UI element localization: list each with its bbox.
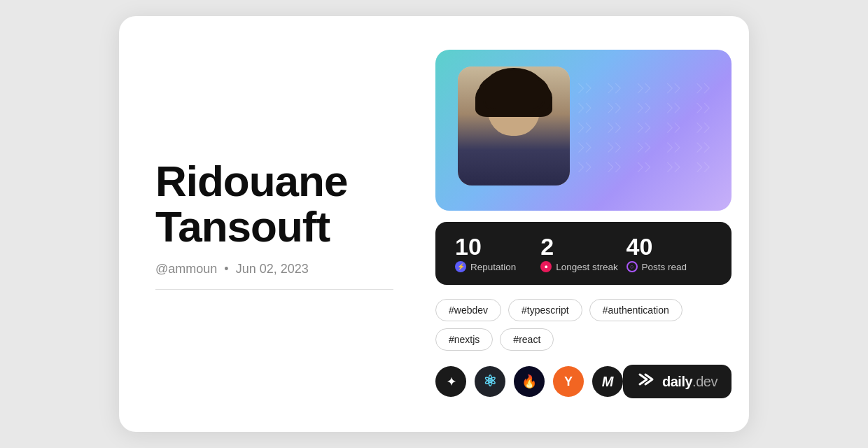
streak-label-row: ● Longest streak	[540, 261, 626, 272]
profile-card: RidouaneTansouft @ammoun • Jun 02, 2023	[119, 16, 749, 432]
daily-logo-icon	[637, 372, 657, 391]
reputation-label: Reputation	[470, 262, 516, 272]
posts-read-value: 40	[626, 234, 712, 258]
stat-reputation: 10 ⚡ Reputation	[455, 234, 540, 272]
tag-react[interactable]: #react	[500, 328, 554, 351]
streak-icon: ●	[540, 261, 552, 272]
reputation-label-row: ⚡ Reputation	[455, 261, 540, 272]
reputation-icon: ⚡	[455, 261, 466, 272]
source-icon-freecodecamp[interactable]: 🔥	[514, 366, 545, 397]
tag-authentication[interactable]: #authentication	[589, 299, 682, 321]
tag-webdev[interactable]: #webdev	[435, 299, 501, 321]
banner-background	[435, 50, 732, 211]
posts-read-label-row: ○ Posts read	[626, 261, 712, 272]
daily-logo-text: daily.dev	[662, 374, 718, 390]
tag-typescript[interactable]: #typescript	[508, 299, 582, 321]
avatar-image	[458, 66, 570, 186]
avatar	[458, 66, 570, 186]
divider	[155, 289, 393, 290]
tags-container: #webdev #typescript #authentication #nex…	[435, 299, 732, 351]
daily-logo-suffix: .dev	[692, 374, 718, 389]
streak-label: Longest streak	[556, 262, 618, 272]
left-section: RidouaneTansouft @ammoun • Jun 02, 2023	[155, 158, 393, 290]
right-section: 10 ⚡ Reputation 2 ● Longest streak 40 ○ …	[435, 50, 732, 398]
source-icon-medium[interactable]: M	[592, 366, 623, 397]
user-join-date: Jun 02, 2023	[236, 262, 309, 276]
sources-row: ✦ ⚛ 🔥 Y M	[435, 365, 732, 398]
tag-nextjs[interactable]: #nextjs	[435, 328, 493, 351]
user-handle: @ammoun	[155, 262, 217, 276]
stat-streak: 2 ● Longest streak	[540, 234, 626, 272]
reputation-value: 10	[455, 234, 540, 258]
stat-posts-read: 40 ○ Posts read	[626, 234, 712, 272]
user-meta: @ammoun • Jun 02, 2023	[155, 262, 393, 276]
posts-read-icon: ○	[626, 261, 638, 272]
source-icon-react[interactable]: ⚛	[475, 366, 505, 397]
source-icons: ✦ ⚛ 🔥 Y M	[435, 366, 623, 397]
source-icon-codepen[interactable]: ✦	[435, 366, 466, 397]
stats-bar: 10 ⚡ Reputation 2 ● Longest streak 40 ○ …	[435, 222, 732, 285]
source-icon-ycombinator[interactable]: Y	[553, 366, 584, 397]
profile-banner	[435, 50, 732, 211]
user-name: RidouaneTansouft	[155, 158, 393, 249]
streak-value: 2	[540, 234, 626, 258]
posts-read-label: Posts read	[642, 262, 687, 272]
daily-dev-logo: daily.dev	[623, 365, 732, 398]
